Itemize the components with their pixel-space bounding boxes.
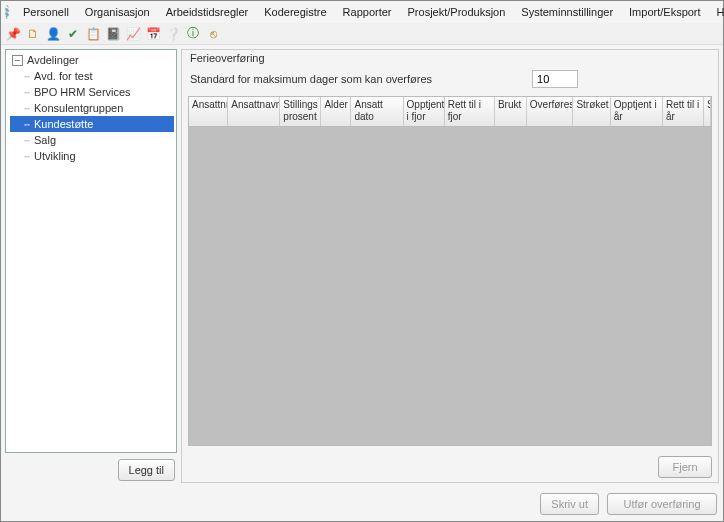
book-icon[interactable]: 📓 <box>105 26 121 42</box>
collapse-icon[interactable]: – <box>12 55 23 66</box>
menu-koderegistre[interactable]: Koderegistre <box>256 4 334 20</box>
chart-icon[interactable]: 📈 <box>125 26 141 42</box>
remove-button[interactable]: Fjern <box>658 456 712 478</box>
new-doc-icon[interactable]: 🗋 <box>25 26 41 42</box>
column-header[interactable]: Opptjent i år <box>611 97 663 126</box>
column-header[interactable]: Strøket <box>573 97 610 126</box>
tree-node[interactable]: ⋯Konsulentgruppen <box>10 100 174 116</box>
tree-node[interactable]: ⋯Utvikling <box>10 148 174 164</box>
tree-node-label: Kundestøtte <box>34 118 93 130</box>
grid-header: AnsattnrAnsattnavnStillings prosentAlder… <box>189 97 711 127</box>
menu-import-eksport[interactable]: Import/Eksport <box>621 4 709 20</box>
column-header[interactable]: Opptjent i fjor <box>404 97 445 126</box>
maxdays-label: Standard for maksimum dager som kan over… <box>190 73 432 85</box>
column-header[interactable]: Overføres <box>527 97 574 126</box>
tree-node-label: Utvikling <box>34 150 76 162</box>
info-icon[interactable]: ⓘ <box>185 26 201 42</box>
tree-node-label: BPO HRM Services <box>34 86 131 98</box>
footer: Skriv ut Utfør overføring <box>1 487 723 521</box>
toolbar: 📌🗋👤✔📋📓📈📅❔ⓘ⎋ <box>1 23 723 45</box>
calendar-icon[interactable]: 📅 <box>145 26 161 42</box>
add-button[interactable]: Legg til <box>118 459 175 481</box>
menubar: Personell Organisasjon Arbeidstidsregler… <box>1 1 723 23</box>
employee-grid: AnsattnrAnsattnavnStillings prosentAlder… <box>188 96 712 446</box>
content: – Avdelinger ⋯Avd. for test⋯BPO HRM Serv… <box>1 45 723 487</box>
column-header[interactable]: Stillings prosent <box>280 97 321 126</box>
department-tree[interactable]: – Avdelinger ⋯Avd. for test⋯BPO HRM Serv… <box>5 49 177 453</box>
menu-prosjekt[interactable]: Prosjekt/Produksjon <box>400 4 514 20</box>
column-header[interactable]: Alder <box>321 97 351 126</box>
grid-body[interactable] <box>189 127 711 445</box>
tree-connector-icon: ⋯ <box>24 119 30 130</box>
tree-root-label: Avdelinger <box>27 54 79 66</box>
column-header[interactable]: Ansattnr <box>189 97 228 126</box>
column-header[interactable]: Status <box>704 97 711 126</box>
column-header[interactable]: Ansatt dato <box>351 97 403 126</box>
menu-rapporter[interactable]: Rapporter <box>335 4 400 20</box>
tree-node[interactable]: ⋯Avd. for test <box>10 68 174 84</box>
main-panel: Ferieoverføring Standard for maksimum da… <box>181 49 719 483</box>
menu-arbeidstidsregler[interactable]: Arbeidstidsregler <box>158 4 257 20</box>
tree-node-label: Avd. for test <box>34 70 93 82</box>
tree-root-node[interactable]: – Avdelinger <box>10 52 174 68</box>
tree-node[interactable]: ⋯Kundestøtte <box>10 116 174 132</box>
column-header[interactable]: Rett til i år <box>663 97 704 126</box>
tree-connector-icon: ⋯ <box>24 135 30 146</box>
tree-connector-icon: ⋯ <box>24 151 30 162</box>
maxdays-input[interactable] <box>532 70 578 88</box>
column-header[interactable]: Rett til i fjor <box>445 97 495 126</box>
check-icon[interactable]: ✔ <box>65 26 81 42</box>
column-header[interactable]: Ansattnavn <box>228 97 280 126</box>
tree-node[interactable]: ⋯BPO HRM Services <box>10 84 174 100</box>
person-icon[interactable]: 👤 <box>45 26 61 42</box>
tree-node[interactable]: ⋯Salg <box>10 132 174 148</box>
print-button[interactable]: Skriv ut <box>540 493 599 515</box>
tree-connector-icon: ⋯ <box>24 87 30 98</box>
app-spinner-icon <box>5 5 9 19</box>
maxdays-row: Standard for maksimum dager som kan over… <box>182 68 718 96</box>
transfer-button[interactable]: Utfør overføring <box>607 493 717 515</box>
menu-organisasjon[interactable]: Organisasjon <box>77 4 158 20</box>
tree-node-label: Salg <box>34 134 56 146</box>
exit-icon[interactable]: ⎋ <box>205 26 221 42</box>
tree-node-label: Konsulentgruppen <box>34 102 123 114</box>
clipboard-icon[interactable]: 📋 <box>85 26 101 42</box>
help-icon[interactable]: ❔ <box>165 26 181 42</box>
column-header[interactable]: Brukt <box>495 97 527 126</box>
tree-connector-icon: ⋯ <box>24 103 30 114</box>
panel-title: Ferieoverføring <box>182 50 718 68</box>
app-window: Personell Organisasjon Arbeidstidsregler… <box>0 0 724 522</box>
pushpin-icon[interactable]: 📌 <box>5 26 21 42</box>
tree-connector-icon: ⋯ <box>24 71 30 82</box>
menu-systeminnstillinger[interactable]: Systeminnstillinger <box>513 4 621 20</box>
menu-personell[interactable]: Personell <box>15 4 77 20</box>
menu-hjelp[interactable]: Hjelp <box>709 4 724 20</box>
sidebar: – Avdelinger ⋯Avd. for test⋯BPO HRM Serv… <box>5 49 177 483</box>
